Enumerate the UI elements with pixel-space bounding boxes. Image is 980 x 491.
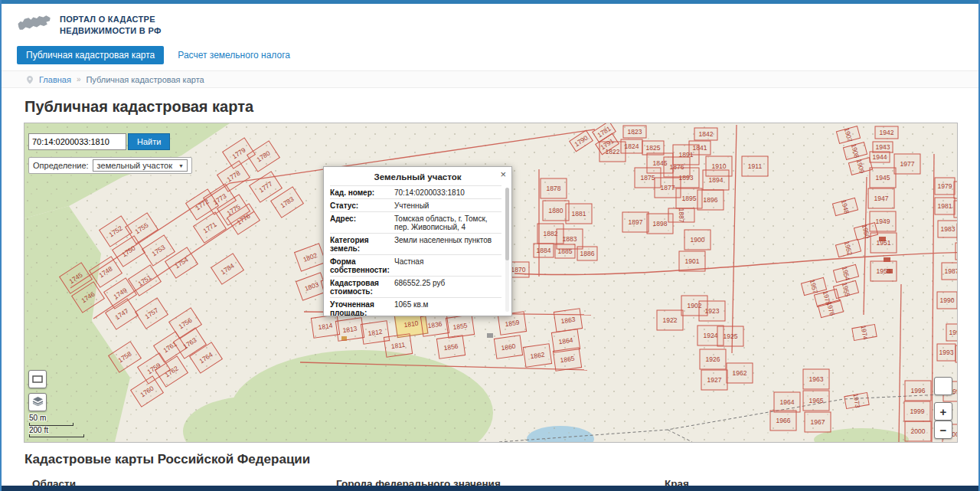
parcel-label-1882: 1882 bbox=[544, 230, 558, 237]
breadcrumb-home[interactable]: Главная bbox=[39, 75, 71, 84]
location-pin-icon bbox=[26, 75, 34, 84]
layers-icon bbox=[32, 395, 44, 409]
parcel-label-1911: 1911 bbox=[748, 162, 763, 170]
parcel-label-1964: 1964 bbox=[780, 398, 795, 406]
popup-scrollbar[interactable] bbox=[505, 188, 509, 312]
parcel-label-1823: 1823 bbox=[628, 128, 642, 136]
zoom-out-button[interactable]: − bbox=[934, 421, 952, 439]
popup-field-value: Учтенный bbox=[394, 201, 501, 210]
parcel-label-1963: 1963 bbox=[809, 375, 824, 383]
parcel-label-1885: 1885 bbox=[558, 247, 573, 255]
scale-metric-label: 50 m bbox=[29, 414, 84, 423]
parcel-1986[interactable] bbox=[956, 243, 957, 260]
parcel-label-1891: 1891 bbox=[679, 151, 694, 159]
bottom-accent-bar bbox=[2, 486, 978, 491]
main-nav: Публичная кадастровая карта Расчет земел… bbox=[17, 45, 978, 65]
parcel-label-1901: 1901 bbox=[685, 257, 700, 265]
popup-field-value: Томская область, г. Томск, пер. Живописн… bbox=[394, 214, 501, 231]
popup-field-row: Статус:Учтенный bbox=[330, 198, 501, 211]
definition-select[interactable]: земельный участок ▼ bbox=[93, 159, 188, 172]
popup-field-label: Уточненная площадь: bbox=[330, 300, 394, 316]
parcel-label-1886: 1886 bbox=[580, 250, 595, 257]
popup-field-label: Кадастровая стоимость: bbox=[330, 279, 394, 296]
parcel-label-1910: 1910 bbox=[712, 162, 727, 170]
parcel-label-1942: 1942 bbox=[880, 129, 894, 136]
parcel-label-1896: 1896 bbox=[704, 196, 718, 204]
map-control-button[interactable] bbox=[934, 377, 952, 395]
parcel-label-1990: 1990 bbox=[940, 296, 955, 304]
popup-field-value: 1065 кв.м bbox=[394, 300, 501, 316]
footer-heading: Кадастровые карты Российской Федерации bbox=[24, 452, 978, 467]
page-title: Публичная кадастровая карта bbox=[24, 98, 978, 116]
popup-field-row: Кад. номер:70:14:0200033:1810 bbox=[330, 185, 501, 198]
parcel-label-1953: 1953 bbox=[877, 267, 891, 275]
header: ПОРТАЛ О КАДАСТРЕ НЕДВИЖИМОСТИ В РФ bbox=[2, 4, 978, 44]
site-title-line2: НЕДВИЖИМОСТИ В РФ bbox=[60, 25, 162, 37]
parcel-label-1924: 1924 bbox=[704, 332, 718, 339]
find-button[interactable]: Найти bbox=[128, 133, 170, 150]
popup-field-label: Статус: bbox=[330, 201, 394, 210]
chevron-down-icon: ▼ bbox=[178, 163, 184, 169]
parcel-label-1922: 1922 bbox=[663, 316, 678, 324]
parcel-label-1925: 1925 bbox=[724, 332, 738, 340]
parcel-label-1825: 1825 bbox=[646, 144, 661, 152]
layers-button[interactable] bbox=[28, 393, 47, 411]
breadcrumb-current: Публичная кадастровая карта bbox=[86, 75, 204, 84]
parcel-label-1992: 1992 bbox=[949, 329, 957, 336]
parcel-info-popup: × Земельный участок Кад. номер:70:14:020… bbox=[323, 166, 512, 316]
popup-field-value: 686552.25 руб bbox=[394, 279, 501, 296]
parcel-label-1824: 1824 bbox=[625, 142, 639, 150]
popup-field-value: Частная bbox=[394, 257, 501, 274]
parcel-label-1926: 1926 bbox=[706, 355, 720, 363]
site-title-line1: ПОРТАЛ О КАДАСТРЕ bbox=[60, 14, 162, 25]
parcel-label-1979: 1979 bbox=[938, 182, 952, 190]
parcel-label-1947: 1947 bbox=[874, 195, 889, 202]
breadcrumb: Главная » Публичная кадастровая карта bbox=[2, 70, 978, 88]
russia-map-logo-icon bbox=[17, 12, 52, 38]
close-icon[interactable]: × bbox=[500, 169, 506, 180]
tab-public-cadastral-map[interactable]: Публичная кадастровая карта bbox=[17, 46, 164, 64]
parcel-label-1822: 1822 bbox=[606, 148, 620, 155]
parcel-label-1945: 1945 bbox=[876, 174, 890, 182]
map-container[interactable]: 1752175517501753175417481751174517491746… bbox=[24, 123, 958, 443]
parcel-label-1897: 1897 bbox=[629, 218, 643, 226]
parcel-label-1883: 1883 bbox=[563, 235, 577, 243]
parcel-label-1944: 1944 bbox=[873, 153, 887, 161]
tab-land-tax-calc[interactable]: Расчет земельного налога bbox=[178, 50, 290, 61]
breadcrumb-separator: » bbox=[77, 75, 81, 83]
parcel-label-1987: 1987 bbox=[945, 267, 957, 275]
popup-field-row: Кадастровая стоимость:686552.25 руб bbox=[330, 276, 501, 297]
zoom-in-button[interactable]: + bbox=[934, 402, 952, 421]
popup-field-value: Земли населенных пунктов bbox=[394, 236, 501, 253]
parcel-label-1894: 1894 bbox=[709, 176, 724, 184]
popup-field-label: Кад. номер: bbox=[330, 188, 394, 197]
extent-icon bbox=[32, 372, 43, 386]
popup-field-row: Адрес:Томская область, г. Томск, пер. Жи… bbox=[330, 211, 501, 233]
page: ПОРТАЛ О КАДАСТРЕ НЕДВИЖИМОСТИ В РФ Публ… bbox=[0, 0, 980, 491]
parcel-label-1949: 1949 bbox=[876, 218, 890, 225]
parcel-label-1884: 1884 bbox=[537, 247, 551, 254]
parcel-label-1878: 1878 bbox=[547, 185, 561, 192]
parcel-label-1999: 1999 bbox=[910, 408, 925, 415]
parcel-label-1898: 1898 bbox=[653, 220, 668, 227]
popup-fields: Кад. номер:70:14:0200033:1810Статус:Учте… bbox=[324, 185, 511, 316]
popup-field-label: Категория земель: bbox=[330, 236, 394, 253]
cadastral-search-input[interactable] bbox=[28, 133, 126, 150]
popup-title: Земельный участок bbox=[324, 167, 511, 185]
parcel-label-1966: 1966 bbox=[776, 417, 791, 424]
parcel-label-1842: 1842 bbox=[699, 130, 714, 138]
popup-field-value: 70:14:0200033:1810 bbox=[394, 188, 501, 197]
parcel-label-1927: 1927 bbox=[707, 376, 722, 384]
parcel-label-1983: 1983 bbox=[941, 225, 956, 233]
parcel-label-1893: 1893 bbox=[679, 174, 694, 182]
definition-label: Определение: bbox=[33, 161, 89, 170]
extent-button[interactable] bbox=[28, 370, 47, 388]
parcel-label-1895: 1895 bbox=[682, 195, 697, 202]
map-scale: 50 m 200 ft bbox=[29, 414, 84, 437]
parcel-label-1900: 1900 bbox=[691, 236, 705, 244]
popup-field-row: Уточненная площадь:1065 кв.м bbox=[330, 297, 501, 316]
parcel-label-1981: 1981 bbox=[938, 202, 952, 210]
parcel-label-1923: 1923 bbox=[705, 307, 720, 315]
popup-scrollbar-thumb[interactable] bbox=[505, 188, 509, 260]
parcel-label-2000: 2000 bbox=[911, 427, 926, 435]
